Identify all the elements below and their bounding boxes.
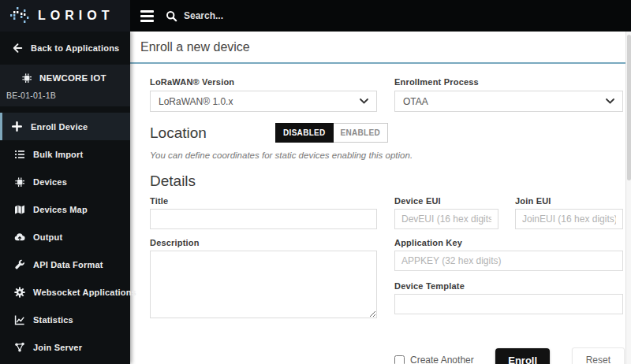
description-input[interactable] xyxy=(150,251,377,318)
location-enabled-option[interactable]: ENABLED xyxy=(334,123,388,143)
application-name: NEWCORE IOT xyxy=(39,73,106,83)
list-icon xyxy=(13,148,25,160)
enrollment-process-value: OTAA xyxy=(403,96,428,107)
page-title: Enroll a new device xyxy=(140,40,250,54)
create-another-checkbox[interactable] xyxy=(394,355,405,364)
gear-icon xyxy=(13,286,25,298)
application-block[interactable]: NEWCORE IOT BE-01-01-1B xyxy=(0,65,130,106)
eui-row: Device EUI Join EUI xyxy=(394,196,623,229)
sidebar-item-bulk-import[interactable]: Bulk Import xyxy=(0,140,130,168)
arrow-left-icon xyxy=(11,43,23,54)
device-template-label: Device Template xyxy=(394,281,623,291)
description-label: Description xyxy=(150,238,377,247)
details-heading: Details xyxy=(150,173,618,190)
sidebar-item-label: Join Server xyxy=(33,343,82,352)
back-to-applications[interactable]: Back to Applications xyxy=(0,36,130,60)
sidebar-item-api-data-format[interactable]: API Data Format xyxy=(0,251,130,278)
lorawan-version-value: LoRaWAN® 1.0.x xyxy=(159,96,233,107)
title-input[interactable] xyxy=(150,209,377,229)
enrollment-process-label: Enrollment Process xyxy=(394,77,623,87)
sidebar-item-label: Output xyxy=(33,232,62,242)
chevron-down-icon xyxy=(360,98,368,104)
logo-text: LORIOT xyxy=(38,9,114,23)
join-eui-group: Join EUI xyxy=(515,196,623,229)
application-key-input[interactable] xyxy=(394,251,623,271)
sidebar-item-label: Statistics xyxy=(33,315,73,325)
details-left-column: Title Description xyxy=(150,196,377,330)
sidebar-item-devices[interactable]: Devices xyxy=(0,168,130,195)
sidebar-item-label: Bulk Import xyxy=(33,150,83,159)
sidebar: Back to Applications NEWCORE IOT BE-01-0… xyxy=(0,32,130,364)
location-heading: Location xyxy=(150,124,207,142)
sidebar-item-statistics[interactable]: Statistics xyxy=(0,306,130,333)
enrollment-process-select[interactable]: OTAA xyxy=(394,91,623,112)
sidebar-item-output[interactable]: Output xyxy=(0,223,130,251)
loriot-logo[interactable]: LORIOT xyxy=(0,0,130,32)
main-content: Enroll a new device LoRaWAN® Version LoR… xyxy=(130,32,631,364)
location-hint: You can define coordinates for static de… xyxy=(150,150,618,160)
lorawan-version-group: LoRaWAN® Version LoRaWAN® 1.0.x xyxy=(150,77,377,112)
search-bar[interactable]: Search... xyxy=(166,10,223,22)
sidebar-item-label: Websocket Applications xyxy=(33,288,136,297)
sidebar-item-enroll-device[interactable]: Enroll Device xyxy=(0,113,130,140)
scrollbar-thumb[interactable] xyxy=(627,35,631,180)
loriot-logo-dots-icon xyxy=(10,6,31,25)
enrollment-process-group: Enrollment Process OTAA xyxy=(394,77,623,112)
page-title-band: Enroll a new device xyxy=(130,32,631,64)
sidebar-item-label: API Data Format xyxy=(33,260,103,269)
sidebar-item-devices-map[interactable]: Devices Map xyxy=(0,195,130,223)
plus-icon xyxy=(11,121,23,132)
lorawan-version-select[interactable]: LoRaWAN® 1.0.x xyxy=(150,91,377,112)
topbar: LORIOT Search... xyxy=(0,0,631,32)
chip-icon xyxy=(21,72,32,84)
hamburger-menu-icon[interactable] xyxy=(140,10,154,22)
search-icon xyxy=(166,10,177,22)
sidebar-item-join-server[interactable]: Join Server xyxy=(0,333,130,361)
vertical-scrollbar[interactable] xyxy=(625,32,631,364)
cloud-upload-icon xyxy=(13,231,25,243)
sidebar-menu: Enroll Device Bulk Import xyxy=(0,113,130,361)
create-another-option[interactable]: Create Another xyxy=(394,355,474,364)
details-right-column: Device EUI Join EUI Application Key Devi… xyxy=(394,196,623,330)
location-toggle: DISABLED ENABLED xyxy=(275,123,388,143)
join-eui-input[interactable] xyxy=(515,209,623,229)
sidebar-item-label: Enroll Device xyxy=(31,122,88,132)
application-key-label: Application Key xyxy=(394,238,623,247)
device-eui-input[interactable] xyxy=(394,209,498,229)
create-another-label: Create Another xyxy=(410,355,474,364)
description-group: Description xyxy=(150,238,377,321)
join-eui-label: Join EUI xyxy=(515,196,623,206)
lorawan-version-label: LoRaWAN® Version xyxy=(150,77,377,87)
sidebar-item-label: Devices xyxy=(33,177,67,187)
enroll-form: LoRaWAN® Version LoRaWAN® 1.0.x Enrollme… xyxy=(130,64,631,364)
form-actions: Create Another Enroll Reset xyxy=(394,347,625,364)
title-group: Title xyxy=(150,196,377,229)
search-input[interactable]: Search... xyxy=(184,10,223,21)
location-disabled-option[interactable]: DISABLED xyxy=(275,123,334,143)
sidebar-item-label: Devices Map xyxy=(33,205,88,214)
application-code: BE-01-01-1B xyxy=(0,91,130,100)
enroll-button[interactable]: Enroll xyxy=(495,348,550,364)
chip-icon xyxy=(13,176,25,188)
chart-icon xyxy=(13,314,25,325)
wrench-icon xyxy=(13,258,25,270)
device-eui-group: Device EUI xyxy=(394,196,498,229)
title-label: Title xyxy=(150,196,377,206)
device-template-input[interactable] xyxy=(394,294,623,314)
application-key-group: Application Key xyxy=(394,238,623,271)
sidebar-item-websocket-applications[interactable]: Websocket Applications xyxy=(0,278,130,306)
chevron-down-icon xyxy=(606,98,614,104)
back-label: Back to Applications xyxy=(31,43,119,53)
device-template-group: Device Template xyxy=(394,281,623,314)
network-icon xyxy=(13,341,25,353)
reset-button[interactable]: Reset xyxy=(572,347,625,364)
map-icon xyxy=(13,203,25,215)
device-eui-label: Device EUI xyxy=(394,196,498,206)
